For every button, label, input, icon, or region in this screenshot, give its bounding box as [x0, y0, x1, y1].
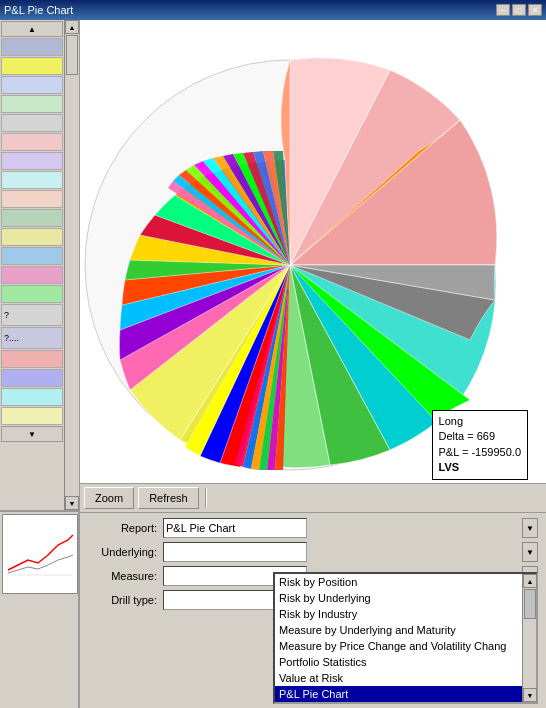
- dropdown-item-7[interactable]: Value at Risk: [275, 670, 522, 686]
- list-item[interactable]: [1, 209, 63, 227]
- dropdown-scrollbar[interactable]: ▲ ▼: [522, 574, 536, 702]
- sidebar-label-item[interactable]: ?....: [1, 327, 63, 349]
- refresh-button[interactable]: Refresh: [138, 487, 199, 509]
- dropdown-scroll-down[interactable]: ▼: [523, 688, 537, 702]
- title-bar: P&L Pie Chart ─ □ ✕: [0, 0, 546, 20]
- dropdown-item-3[interactable]: Risk by Industry: [275, 606, 522, 622]
- form-area: Report: P&L Pie Chart ▼ Underlying: ▼ Me…: [80, 513, 546, 708]
- main-container: ▲ ? ?..: [0, 20, 546, 708]
- scrollbar-up-arrow[interactable]: ▲: [65, 20, 79, 34]
- dropdown-list: Risk by Position Risk by Underlying Risk…: [273, 572, 538, 704]
- scroll-down-button[interactable]: ▼: [1, 426, 63, 442]
- dropdown-options: Risk by Position Risk by Underlying Risk…: [275, 574, 522, 702]
- list-item[interactable]: [1, 388, 63, 406]
- mini-chart: [2, 514, 78, 594]
- scrollbar-track[interactable]: [65, 34, 79, 496]
- list-item[interactable]: [1, 76, 63, 94]
- tooltip-line3: P&L = -159950.0: [439, 445, 521, 460]
- close-button[interactable]: ✕: [528, 4, 542, 16]
- report-select-wrapper: P&L Pie Chart ▼: [163, 518, 538, 538]
- list-item[interactable]: [1, 95, 63, 113]
- list-item[interactable]: [1, 133, 63, 151]
- title-bar-controls: ─ □ ✕: [496, 4, 542, 16]
- dropdown-item-6[interactable]: Portfolio Statistics: [275, 654, 522, 670]
- controls-bar: Zoom Refresh: [80, 483, 546, 513]
- scroll-up-button[interactable]: ▲: [1, 21, 63, 37]
- list-item[interactable]: [1, 228, 63, 246]
- report-label: Report:: [88, 522, 163, 534]
- underlying-dropdown-arrow[interactable]: ▼: [522, 542, 538, 562]
- tooltip: Long Delta = 669 P&L = -159950.0 LVS: [432, 410, 528, 480]
- report-dropdown-arrow[interactable]: ▼: [522, 518, 538, 538]
- left-panel-items: ▲ ? ?..: [0, 20, 64, 510]
- left-panel-top: ▲ ? ?..: [0, 20, 78, 510]
- report-input[interactable]: P&L Pie Chart: [163, 518, 307, 538]
- list-item[interactable]: [1, 38, 63, 56]
- dropdown-item-4[interactable]: Measure by Underlying and Maturity: [275, 622, 522, 638]
- left-scrollbar[interactable]: ▲ ▼: [64, 20, 78, 510]
- report-row: Report: P&L Pie Chart ▼: [88, 517, 538, 539]
- maximize-button[interactable]: □: [512, 4, 526, 16]
- list-item[interactable]: [1, 350, 63, 368]
- svg-rect-0: [3, 515, 78, 594]
- list-item[interactable]: [1, 152, 63, 170]
- underlying-input[interactable]: [163, 542, 307, 562]
- divider: [205, 488, 207, 508]
- list-item[interactable]: [1, 407, 63, 425]
- dropdown-item-5[interactable]: Measure by Price Change and Volatility C…: [275, 638, 522, 654]
- mini-chart-area: [0, 510, 78, 708]
- dropdown-scroll-track: [523, 588, 536, 688]
- tooltip-line1: Long: [439, 414, 521, 429]
- underlying-label: Underlying:: [88, 546, 163, 558]
- dropdown-scroll-thumb[interactable]: [524, 589, 536, 619]
- list-item[interactable]: [1, 114, 63, 132]
- dropdown-item-2[interactable]: Risk by Underlying: [275, 590, 522, 606]
- measure-label: Measure:: [88, 570, 163, 582]
- list-item[interactable]: [1, 57, 63, 75]
- underlying-select-wrapper: ▼: [163, 542, 538, 562]
- list-item[interactable]: [1, 190, 63, 208]
- list-item[interactable]: [1, 171, 63, 189]
- tooltip-line2: Delta = 669: [439, 429, 521, 444]
- list-item[interactable]: [1, 266, 63, 284]
- drill-label: Drill type:: [88, 594, 163, 606]
- scrollbar-down-arrow[interactable]: ▼: [65, 496, 79, 510]
- underlying-row: Underlying: ▼: [88, 541, 538, 563]
- dropdown-item-8[interactable]: P&L Pie Chart: [275, 686, 522, 702]
- zoom-button[interactable]: Zoom: [84, 487, 134, 509]
- minimize-button[interactable]: ─: [496, 4, 510, 16]
- title-bar-text: P&L Pie Chart: [4, 4, 73, 16]
- dropdown-item-1[interactable]: Risk by Position: [275, 574, 522, 590]
- left-panel: ▲ ? ?..: [0, 20, 80, 708]
- dropdown-scroll-up[interactable]: ▲: [523, 574, 537, 588]
- list-item[interactable]: [1, 369, 63, 387]
- list-item[interactable]: [1, 285, 63, 303]
- tooltip-title: LVS: [439, 460, 521, 475]
- chart-area: ↖ Long Delta = 669 P&L = -159950.0 LVS Z…: [80, 20, 546, 708]
- list-item[interactable]: [1, 247, 63, 265]
- sidebar-label-item[interactable]: ?: [1, 304, 63, 326]
